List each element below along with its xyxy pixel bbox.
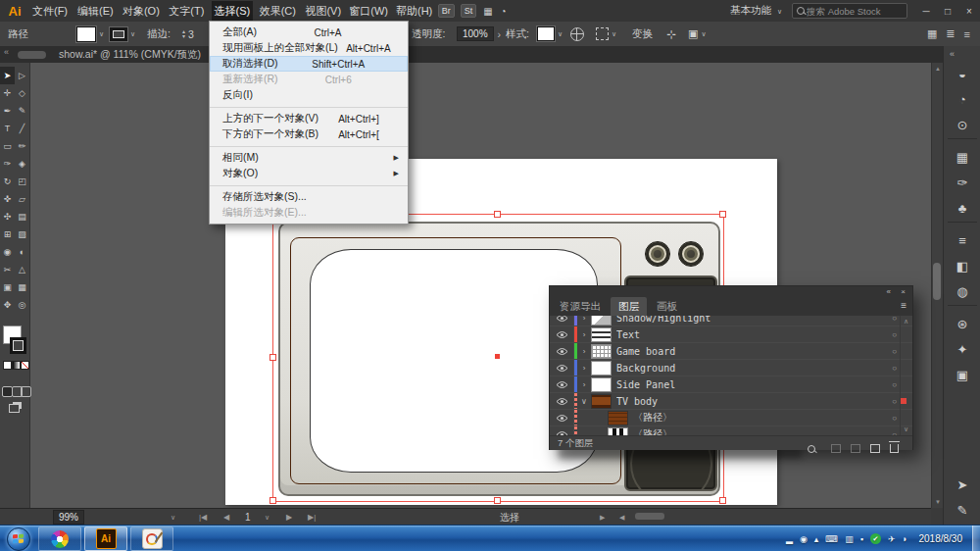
symbols-icon[interactable]: ♣	[944, 196, 980, 222]
graphic-styles-icon[interactable]: ✦	[944, 337, 980, 363]
horizontal-scroll-thumb[interactable]	[635, 513, 664, 520]
layer-thumbnail[interactable]	[591, 377, 612, 392]
selection-handle-sw[interactable]	[270, 497, 276, 504]
expand-arrow-icon[interactable]: ›	[577, 316, 591, 323]
expand-arrow-icon[interactable]: ›	[577, 380, 591, 389]
close-button[interactable]: ×	[958, 6, 980, 17]
scroll-down-icon[interactable]: ▼	[935, 499, 941, 505]
chevron-down-icon[interactable]: ∨	[558, 30, 563, 38]
magic-wand-tool[interactable]: ✛	[0, 84, 15, 102]
minimize-button[interactable]: ─	[915, 6, 937, 17]
menubar-item[interactable]: 文件(F)	[29, 1, 71, 21]
tray-app3-icon[interactable]: ▪	[860, 534, 863, 544]
dock-separator[interactable]	[948, 305, 977, 312]
menubar-item[interactable]: 对象(O)	[121, 1, 162, 21]
none-button[interactable]	[21, 361, 29, 370]
color-button[interactable]	[3, 361, 12, 370]
workspace-switcher[interactable]: 基本功能 ∨	[730, 4, 782, 18]
tray-antivirus-icon[interactable]: ✔	[870, 533, 881, 544]
layer-name[interactable]: Background	[616, 363, 892, 374]
libraries-panel-icon[interactable]: ▣	[944, 363, 980, 388]
color-panel-icon[interactable]: ◒	[944, 62, 980, 87]
visibility-eye-icon[interactable]	[550, 360, 574, 376]
show-desktop-button[interactable]	[972, 526, 980, 551]
stock-button[interactable]: St	[461, 4, 477, 18]
hscroll-left-icon[interactable]: ◀	[619, 509, 624, 526]
opacity-value[interactable]: 100%	[457, 26, 494, 41]
layer-row[interactable]: › Text ○	[550, 326, 912, 343]
layer-name[interactable]: TV body	[616, 396, 892, 407]
line-segment-tool[interactable]: ╱	[15, 120, 29, 137]
layer-thumbnail[interactable]	[591, 327, 612, 342]
target-circle-icon[interactable]: ○	[892, 316, 897, 323]
pencil-tool[interactable]: ✑	[0, 155, 15, 173]
gradient-button[interactable]	[12, 361, 21, 370]
menu-item[interactable]	[210, 103, 408, 108]
tray-expand-icon[interactable]: ▴	[814, 534, 819, 544]
transform-link[interactable]: 变换	[632, 22, 653, 46]
cb-grid-icon[interactable]: ▦	[927, 27, 937, 40]
layer-thumbnail[interactable]	[608, 411, 628, 426]
chevron-down-icon[interactable]: ∨	[130, 30, 135, 38]
perspective-grid-tool[interactable]: △	[15, 261, 29, 278]
layer-row[interactable]: 〈路径〉 ○	[550, 426, 912, 435]
menubar-item[interactable]: 编辑(E)	[74, 1, 116, 21]
column-graph-tool[interactable]: ▤	[15, 208, 29, 225]
layer-row[interactable]: 〈路径〉 ○	[550, 410, 912, 426]
panel-tab[interactable]: 资源导出	[552, 297, 609, 316]
selection-handle-se[interactable]	[719, 497, 726, 504]
shaper-helper-icon[interactable]: ✎	[944, 498, 980, 524]
appearance-panel-icon[interactable]: ⊛	[944, 312, 980, 337]
target-circle-icon[interactable]: ○	[892, 347, 897, 356]
next-artboard-button[interactable]: ▶	[286, 509, 292, 526]
panel-collapse-icon[interactable]: «	[887, 286, 891, 297]
expand-arrow-icon[interactable]: ›	[577, 364, 591, 373]
dock-separator[interactable]	[948, 222, 977, 228]
paint-taskbar-button[interactable]	[130, 526, 173, 551]
taskbar-date[interactable]: 2018/8/30	[919, 533, 963, 544]
new-sublayer-icon[interactable]	[851, 439, 860, 457]
visibility-eye-icon[interactable]	[550, 343, 574, 359]
layer-row[interactable]: › Background ○	[550, 360, 912, 376]
tray-ime-icon[interactable]: ⌨	[825, 534, 838, 544]
hand-tool[interactable]: ✥	[0, 296, 15, 314]
change-screen-mode-button[interactable]	[9, 404, 20, 413]
menubar-item[interactable]: 选择(S)	[212, 1, 253, 21]
paintbrush-tool[interactable]: ✏	[15, 137, 29, 155]
panel-tab[interactable]: 图层	[611, 297, 647, 316]
rotate-tool[interactable]: ↻	[0, 173, 15, 190]
layer-name[interactable]: 〈路径〉	[633, 427, 892, 435]
selection-center-point[interactable]	[495, 354, 500, 359]
cb-dock-icon[interactable]: ≣	[946, 27, 955, 40]
layer-name[interactable]: Side Panel	[616, 379, 892, 390]
stroke-stepper[interactable]: ▴▾	[182, 29, 185, 39]
zoom-level[interactable]: 99%	[53, 510, 84, 525]
menu-item[interactable]: 编辑所选对象(E)...	[210, 205, 408, 221]
menubar-item[interactable]: 帮助(H)	[394, 1, 435, 21]
layer-name[interactable]: 〈路径〉	[633, 411, 892, 425]
menu-item[interactable]: 上方的下一个对象(V) Alt+Ctrl+]	[210, 111, 408, 126]
layer-thumbnail[interactable]	[591, 344, 612, 359]
target-circle-icon[interactable]: ○	[892, 397, 897, 406]
make-clip-mask-icon[interactable]	[831, 439, 841, 457]
zoom-dropdown-icon[interactable]: ∨	[171, 509, 175, 526]
selection-handle-ne[interactable]	[719, 211, 726, 218]
cb-menu-icon[interactable]: ≡	[964, 28, 970, 40]
fill-color-swatch[interactable]	[76, 26, 96, 42]
tray-app2-icon[interactable]: ▥	[845, 534, 854, 544]
locate-object-icon[interactable]	[808, 439, 815, 457]
menubar-item[interactable]: 视图(V)	[303, 1, 344, 21]
menubar-item[interactable]: 效果(C)	[257, 1, 298, 21]
shaper-tool[interactable]: ◈	[15, 155, 29, 173]
adobe-stock-search[interactable]	[792, 3, 907, 19]
draw-inside-mode-button[interactable]	[21, 386, 31, 397]
recolor-artwork-icon[interactable]: ⊙	[944, 113, 980, 138]
chevron-down-icon[interactable]: ∨	[612, 30, 616, 38]
type-tool[interactable]: T	[0, 120, 15, 137]
scroll-up-icon[interactable]: ▲	[935, 66, 941, 72]
selection-handle-s[interactable]	[494, 497, 501, 504]
mesh-tool[interactable]: ⊞	[0, 225, 15, 243]
dock-expand-icon[interactable]: «	[950, 49, 955, 59]
panel-scroll-up-icon[interactable]: ∧	[904, 318, 908, 326]
pen-tool[interactable]: ✒	[0, 102, 15, 120]
